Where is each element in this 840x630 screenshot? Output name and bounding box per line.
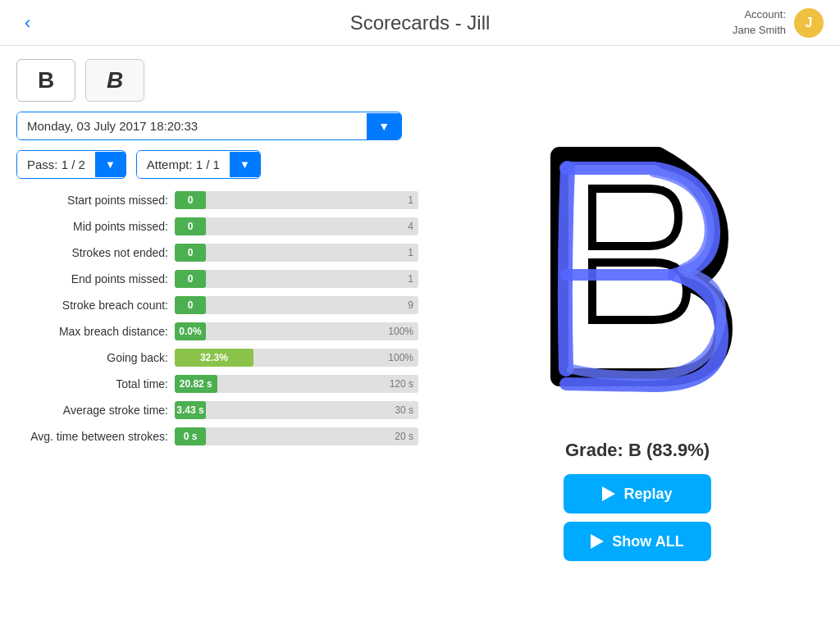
- main-content: B B Monday, 03 July 2017 18:20:33 ▼ Pass…: [0, 46, 840, 630]
- metric-bar-5: 0.0%100%: [175, 322, 418, 340]
- account-label: Account:: [733, 7, 786, 22]
- show-all-label: Show ALL: [612, 533, 683, 550]
- attempt-value: Attempt: 1 / 1: [137, 151, 230, 178]
- show-all-button[interactable]: Show ALL: [564, 522, 711, 561]
- metric-bar-6: 32.3%100%: [175, 349, 418, 367]
- date-value: Monday, 03 July 2017 18:20:33: [17, 112, 367, 139]
- metric-row-0: Start points missed:01: [16, 189, 418, 212]
- metric-bar-fill-5: 0.0%: [175, 322, 206, 340]
- metric-bar-max-3: 1: [408, 273, 413, 285]
- right-panel: Grade: B (83.9%) Replay Show ALL: [435, 46, 840, 630]
- letter-svg: [510, 123, 765, 418]
- metric-bar-fill-9: 0 s: [175, 427, 206, 445]
- metric-label-1: Mid points missed:: [16, 220, 168, 233]
- metric-row-8: Average stroke time:3.43 s30 s: [16, 399, 418, 422]
- metric-bar-8: 3.43 s30 s: [175, 401, 418, 419]
- letter-drawing: [502, 115, 773, 427]
- metric-row-5: Max breach distance:0.0%100%: [16, 320, 418, 343]
- page-title: Scorecards - Jill: [350, 11, 491, 34]
- replay-label: Replay: [623, 486, 672, 503]
- metric-row-3: End points missed:01: [16, 267, 418, 290]
- metric-label-0: Start points missed:: [16, 194, 168, 207]
- filter-row: Pass: 1 / 2 ▼ Attempt: 1 / 1 ▼: [16, 150, 418, 179]
- metric-bar-fill-3: 0: [175, 270, 206, 288]
- metric-bar-max-9: 20 s: [395, 431, 413, 442]
- metric-label-3: End points missed:: [16, 272, 168, 285]
- metric-label-7: Total time:: [16, 377, 168, 390]
- metric-row-7: Total time:20.82 s120 s: [16, 372, 418, 395]
- metric-bar-3: 01: [175, 270, 418, 288]
- metric-bar-7: 20.82 s120 s: [175, 375, 418, 393]
- metric-bar-fill-0: 0: [175, 191, 206, 209]
- letter-tabs: B B: [16, 59, 418, 102]
- metric-bar-max-6: 100%: [388, 352, 413, 363]
- metrics-list: Start points missed:01Mid points missed:…: [16, 189, 418, 448]
- metric-bar-fill-1: 0: [175, 217, 206, 235]
- letter-tab-1[interactable]: B: [85, 59, 144, 102]
- metric-row-6: Going back:32.3%100%: [16, 346, 418, 369]
- metric-label-9: Avg. time between strokes:: [16, 430, 168, 443]
- metric-label-5: Max breach distance:: [16, 325, 168, 338]
- date-dropdown-arrow[interactable]: ▼: [367, 113, 401, 139]
- metric-label-6: Going back:: [16, 351, 168, 364]
- metric-bar-fill-7: 20.82 s: [175, 375, 217, 393]
- metric-bar-max-1: 4: [408, 221, 413, 232]
- metric-bar-fill-4: 0: [175, 296, 206, 314]
- metric-bar-4: 09: [175, 296, 418, 314]
- pass-value: Pass: 1 / 2: [17, 151, 95, 178]
- metric-bar-0: 01: [175, 191, 418, 209]
- metric-bar-max-2: 1: [408, 247, 413, 258]
- metric-bar-max-4: 9: [408, 299, 413, 311]
- metric-bar-9: 0 s20 s: [175, 427, 418, 445]
- metric-bar-fill-8: 3.43 s: [175, 401, 206, 419]
- letter-tab-0[interactable]: B: [16, 59, 75, 102]
- account-section: Account: Jane Smith J: [733, 7, 824, 37]
- account-info: Account: Jane Smith: [733, 7, 786, 37]
- avatar[interactable]: J: [794, 8, 824, 38]
- metric-bar-max-8: 30 s: [395, 404, 413, 416]
- pass-dropdown-arrow[interactable]: ▼: [95, 152, 126, 177]
- metric-label-2: Strokes not ended:: [16, 246, 168, 259]
- attempt-dropdown-arrow[interactable]: ▼: [230, 152, 260, 177]
- header: ‹ Scorecards - Jill Account: Jane Smith …: [0, 0, 840, 46]
- back-button[interactable]: ‹: [16, 12, 39, 34]
- attempt-select[interactable]: Attempt: 1 / 1 ▼: [136, 150, 261, 179]
- metric-bar-fill-2: 0: [175, 244, 206, 262]
- action-buttons: Replay Show ALL: [564, 474, 711, 561]
- metric-row-4: Stroke breach count:09: [16, 294, 418, 317]
- metric-row-2: Strokes not ended:01: [16, 241, 418, 264]
- replay-button[interactable]: Replay: [564, 474, 711, 514]
- metric-bar-2: 01: [175, 244, 418, 262]
- grade-display: Grade: B (83.9%): [565, 440, 710, 461]
- metric-label-4: Stroke breach count:: [16, 299, 168, 312]
- metric-row-1: Mid points missed:04: [16, 215, 418, 238]
- metric-bar-fill-6: 32.3%: [175, 349, 253, 367]
- play-icon-showall: [591, 534, 604, 549]
- play-icon-replay: [602, 486, 615, 501]
- date-selector[interactable]: Monday, 03 July 2017 18:20:33 ▼: [16, 112, 402, 140]
- metric-bar-1: 04: [175, 217, 418, 235]
- metric-bar-max-5: 100%: [388, 326, 413, 337]
- metric-bar-max-0: 1: [408, 194, 413, 206]
- left-panel: B B Monday, 03 July 2017 18:20:33 ▼ Pass…: [0, 46, 435, 630]
- metric-label-8: Average stroke time:: [16, 404, 168, 417]
- pass-select[interactable]: Pass: 1 / 2 ▼: [16, 150, 126, 179]
- account-name: Jane Smith: [733, 23, 786, 38]
- metric-bar-max-7: 120 s: [390, 378, 413, 390]
- metric-row-9: Avg. time between strokes:0 s20 s: [16, 425, 418, 448]
